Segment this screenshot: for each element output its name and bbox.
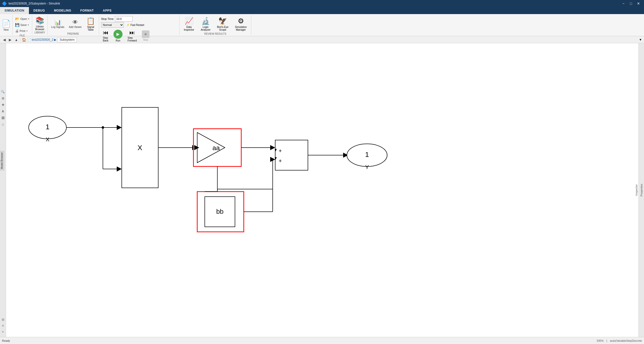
log-signals-label: Log Signals	[51, 26, 64, 29]
up-button[interactable]: ▲	[14, 37, 19, 42]
minimize-button[interactable]: −	[620, 0, 627, 7]
open-button[interactable]: 📂 Open ▾	[14, 16, 31, 22]
birds-eye-label: Bird's-EyeScope	[217, 26, 228, 31]
step-back-icon: ⏮	[103, 29, 108, 36]
step-back-button[interactable]: ⏮ StepBack	[101, 28, 110, 43]
stop-icon: ⏹	[142, 30, 149, 38]
forward-button[interactable]: ▶	[8, 37, 13, 42]
output-y-name: Y	[365, 164, 369, 170]
collapse-icon[interactable]: «	[1, 329, 5, 334]
zoom-in-icon[interactable]: ⊞	[1, 96, 5, 101]
simulation-manager-button[interactable]: ⚙ SimulationManager	[233, 16, 249, 32]
ribbon: 📄 New 📂 Open ▾ 💾 Save ▾ 🖨 Print ▾ FILE 📚…	[0, 14, 644, 36]
simulation-canvas: 1 X X aa	[6, 43, 638, 337]
logic-analyzer-icon: 🔬	[201, 17, 210, 25]
stop-button[interactable]: ⏹ Stop	[140, 29, 152, 42]
aa-block-label: aa	[213, 144, 220, 152]
fast-restart-button[interactable]: ⚡ Fast Restart	[125, 23, 146, 27]
print-label: Print	[20, 29, 25, 32]
simulate-group: Stop Time Normal Accelerator Rapid Accel…	[99, 15, 180, 35]
menu-tab-format[interactable]: FORMAT	[76, 7, 98, 14]
close-button[interactable]: ✕	[635, 0, 642, 7]
print-button[interactable]: 🖨 Print ▾	[14, 28, 31, 34]
list-icon[interactable]: ≡	[1, 323, 5, 328]
menu-tab-debug[interactable]: DEBUG	[29, 7, 50, 14]
prepare-group: 📊 Log Signals 👁 Add Viewer 📋 SignalTable…	[48, 15, 99, 35]
birds-eye-icon: 🦅	[218, 17, 227, 25]
save-button[interactable]: 💾 Save ▾	[14, 22, 31, 28]
step-forward-label: StepForward	[128, 36, 137, 42]
zoom-level: 335%	[596, 339, 603, 342]
add-viewer-button[interactable]: 👁 Add Viewer	[67, 18, 84, 30]
open-label: Open	[20, 17, 27, 20]
library-browser-button[interactable]: 📚 LibraryBrowser LIBRARY	[32, 15, 48, 35]
expand-icon[interactable]: ▼	[639, 38, 642, 41]
library-browser-label: LibraryBrowser	[35, 25, 45, 31]
file-icon: 📄	[27, 38, 31, 41]
signal-table-button[interactable]: 📋 SignalTable	[85, 16, 97, 32]
breadcrumb-arrow: ▶	[54, 38, 56, 41]
logic-analyzer-button[interactable]: 🔬 LogicAnalyzer	[198, 16, 213, 32]
new-button[interactable]: 📄	[2, 19, 11, 28]
fast-restart-icon: ⚡	[126, 23, 130, 27]
properties-tab[interactable]: Properties	[639, 182, 644, 198]
nav-separator: |	[20, 38, 21, 41]
save-label: Save	[20, 23, 27, 26]
title-bar: 🔷 test20230926_2/Subsystem - Simulink − …	[0, 0, 644, 7]
menu-tab-modeling[interactable]: MODELING	[50, 7, 76, 14]
nav-bar: ◀ ▶ ▲ | 🏠 📄 test20230926_2 ▶ Subsystem ▼	[0, 36, 644, 43]
left-sidebar: Model Browser 🔍 ⊞ ✥ A 🖼 □ ⊟ ≡ «	[0, 43, 6, 337]
menu-tab-apps[interactable]: APPS	[98, 7, 116, 14]
solver-info: auto(VariableStepDiscrete	[610, 339, 642, 342]
data-inspector-label: DataInspector	[184, 26, 194, 31]
home-icon: 🏠	[22, 38, 26, 42]
right-sidebar: Properties Inspector	[638, 43, 644, 337]
nav-right: ▼	[639, 38, 642, 41]
box-icon[interactable]: □	[1, 122, 5, 127]
simulate-controls-row: ⏮ StepBack ▶ Run ⏭ StepForward ⏹ Stop	[101, 28, 177, 43]
status-separator: |	[606, 339, 607, 342]
simulation-mode-select[interactable]: Normal Accelerator Rapid Accelerator	[101, 22, 124, 28]
svg-rect-0	[6, 43, 638, 337]
library-browser-icon: 📚	[35, 16, 44, 25]
data-inspector-button[interactable]: 📈 DataInspector	[182, 16, 196, 32]
simulation-manager-icon: ⚙	[238, 17, 244, 25]
app-icon: 🔷	[2, 1, 7, 6]
subsystem-x-label: X	[138, 144, 142, 152]
new-button-area: 📄 New	[0, 15, 13, 35]
input-x-label: 1	[46, 123, 50, 131]
stop-time-input[interactable]	[115, 16, 133, 22]
new-label: New	[4, 28, 9, 31]
maximize-button[interactable]: □	[627, 0, 634, 7]
image-icon[interactable]: 🖼	[1, 116, 5, 120]
breadcrumb-root[interactable]: 📄 test20230926_2 ▶	[27, 38, 56, 41]
log-signals-button[interactable]: 📊 Log Signals	[50, 18, 66, 30]
step-forward-icon: ⏭	[129, 29, 135, 36]
zoom-fit-icon[interactable]: 🔍	[1, 90, 5, 94]
window-controls: − □ ✕	[620, 0, 642, 7]
canvas-area[interactable]: 1 X X aa	[6, 43, 638, 337]
prepare-group-label: PREPARE	[50, 32, 97, 36]
back-button[interactable]: ◀	[2, 37, 7, 42]
birds-eye-button[interactable]: 🦅 Bird's-EyeScope	[215, 16, 231, 32]
simulation-manager-label: SimulationManager	[235, 26, 247, 31]
review-group-label: REVIEW RESULTS	[182, 32, 249, 36]
status-bar: Ready 335% | auto(VariableStepDiscrete	[0, 337, 644, 344]
model-browser-tab[interactable]: Model Browser	[0, 151, 4, 170]
pan-icon[interactable]: ✥	[1, 103, 5, 107]
status-text: Ready	[2, 339, 10, 342]
main-layout: Model Browser 🔍 ⊞ ✥ A 🖼 □ ⊟ ≡ « 1 X	[0, 43, 644, 337]
input-x-name: X	[46, 136, 50, 143]
inspector-tab[interactable]: Inspector	[634, 182, 639, 198]
text-icon[interactable]: A	[1, 109, 5, 114]
menu-tab-simulation[interactable]: SIMULATION	[0, 7, 29, 14]
layers-icon[interactable]: ⊟	[1, 317, 5, 322]
step-forward-button[interactable]: ⏭ StepForward	[126, 28, 139, 43]
fast-restart-label: Fast Restart	[131, 24, 144, 26]
run-icon: ▶	[113, 30, 123, 39]
menu-bar: SIMULATION DEBUG MODELING FORMAT APPS	[0, 7, 644, 14]
bottom-tools: ⊟ ≡ «	[1, 317, 5, 334]
add-viewer-label: Add Viewer	[69, 26, 82, 29]
run-button[interactable]: ▶ Run	[111, 28, 125, 43]
open-dropdown-arrow: ▾	[28, 18, 29, 20]
